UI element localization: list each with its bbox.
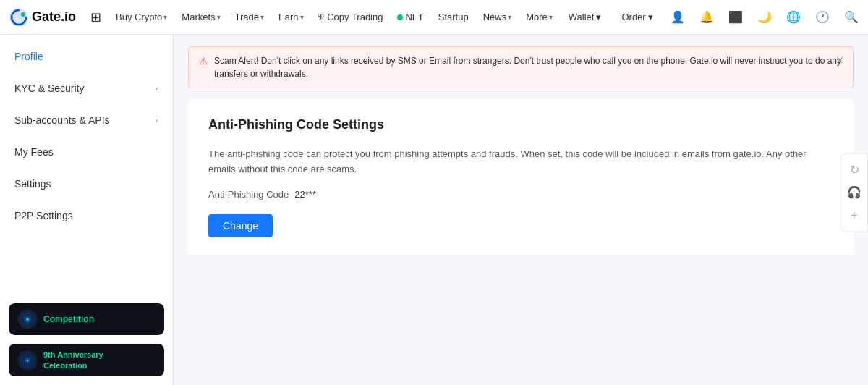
scam-alert-text: Scam Alert! Don't click on any links rec… [214, 54, 843, 80]
headset-float-icon[interactable]: 🎧 [847, 185, 861, 199]
code-label: Anti-Phishing Code [208, 189, 289, 200]
plus-float-icon[interactable]: ＋ [848, 208, 860, 223]
svg-point-1 [21, 12, 25, 17]
nav-startup[interactable]: Startup [431, 0, 476, 35]
svg-point-4 [26, 318, 29, 321]
main-content: ⚠ Scam Alert! Don't click on any links r… [174, 35, 868, 385]
right-float-panel: ↻ 🎧 ＋ [841, 153, 868, 232]
nav-copy-trading[interactable]: 𝔑 Copy Trading [311, 0, 391, 35]
alert-icon: ⚠ [199, 55, 208, 67]
description-text: The anti-phishing code can protect you f… [208, 147, 833, 177]
order-button[interactable]: Order▾ [613, 6, 661, 29]
nav-right: Wallet▾ Order▾ 👤 🔔 ⬛ 🌙 🌐 🕐 🔍 [560, 4, 864, 30]
content-box: Anti-Phishing Code Settings The anti-phi… [188, 100, 854, 255]
brand-name: Gate.io [32, 9, 76, 25]
logo[interactable]: Gate.io [9, 7, 76, 28]
close-icon[interactable]: ✕ [835, 54, 844, 66]
nav-nft[interactable]: NFT [390, 0, 430, 35]
theme-icon[interactable]: 🌙 [752, 4, 778, 30]
nav-news[interactable]: News▾ [476, 0, 519, 35]
sidebar-item-subaccounts[interactable]: Sub-accounts & APIs ‹ [0, 104, 173, 136]
nav-markets[interactable]: Markets▾ [174, 0, 227, 35]
chevron-icon: ‹ [156, 116, 158, 124]
nav-buy-crypto[interactable]: Buy Crypto▾ [109, 0, 174, 35]
nav-earn[interactable]: Earn▾ [271, 0, 310, 35]
sidebar-item-p2p[interactable]: P2P Settings [0, 200, 173, 232]
competition-icon [17, 309, 38, 329]
navbar: Gate.io ⊞ Buy Crypto▾ Markets▾ Trade▾ Ea… [0, 0, 868, 35]
anniversary-line1: 9th Anniversary [43, 350, 103, 360]
chevron-icon: ‹ [156, 84, 158, 93]
nav-items: Buy Crypto▾ Markets▾ Trade▾ Earn▾ 𝔑 Copy… [109, 0, 560, 35]
scam-alert-banner: ⚠ Scam Alert! Don't click on any links r… [188, 46, 854, 88]
competition-label: Competition [43, 314, 94, 324]
change-button[interactable]: Change [208, 214, 273, 237]
clock-icon[interactable]: 🕐 [809, 4, 835, 30]
bell-icon[interactable]: 🔔 [694, 4, 720, 30]
anniversary-line2: Celebration [43, 360, 103, 371]
anti-phishing-row: Anti-Phishing Code 22*** [208, 189, 833, 200]
sidebar-item-settings[interactable]: Settings [0, 168, 173, 200]
svg-point-7 [27, 359, 29, 361]
globe-icon[interactable]: 🌐 [780, 4, 807, 30]
page-title: Anti-Phishing Code Settings [208, 117, 833, 132]
competition-banner[interactable]: Competition [9, 303, 164, 335]
wallet-button[interactable]: Wallet▾ [560, 6, 610, 29]
sidebar-item-fees[interactable]: My Fees [0, 136, 173, 168]
search-icon[interactable]: 🔍 [838, 4, 864, 30]
qr-icon[interactable]: ⬛ [723, 4, 749, 30]
anniversary-banner[interactable]: 9th Anniversary Celebration [9, 344, 164, 376]
anniversary-icon [17, 350, 38, 371]
nft-green-dot [397, 14, 403, 20]
sidebar: Profile KYC & Security ‹ Sub-accounts & … [0, 35, 174, 385]
code-value: 22*** [294, 189, 316, 200]
sidebar-item-kyc[interactable]: KYC & Security ‹ [0, 72, 173, 104]
refresh-float-icon[interactable]: ↻ [850, 163, 859, 177]
nav-trade[interactable]: Trade▾ [228, 0, 271, 35]
grid-icon[interactable]: ⊞ [90, 9, 101, 25]
layout: Profile KYC & Security ‹ Sub-accounts & … [0, 35, 868, 385]
sidebar-item-profile[interactable]: Profile [0, 41, 173, 72]
nav-more[interactable]: More▾ [519, 0, 560, 35]
account-icon[interactable]: 👤 [665, 4, 691, 30]
